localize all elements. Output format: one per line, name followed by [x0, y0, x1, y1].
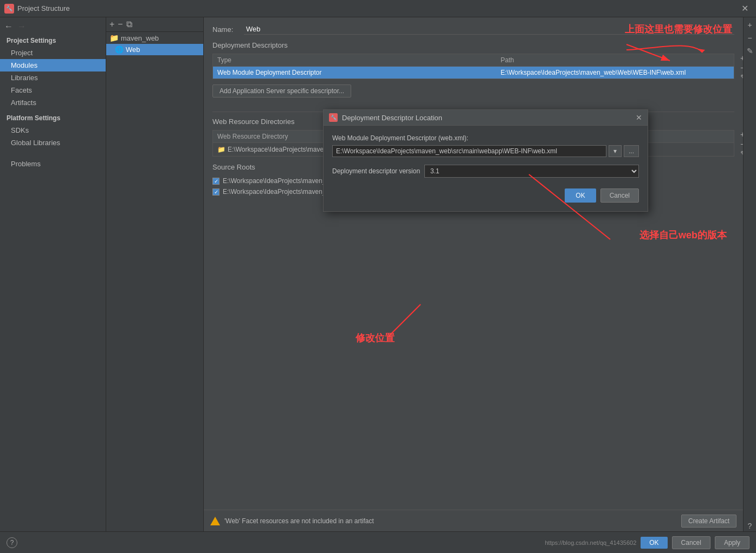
folder-icon: 📁 — [109, 34, 119, 42]
dialog-cancel-button[interactable]: Cancel — [600, 188, 639, 203]
dialog-dropdown-label: Deployment descriptor version — [332, 167, 420, 175]
dialog-dropdown-arrow[interactable]: ▾ — [609, 145, 622, 157]
dialog-field-label: Web Module Deployment Descriptor (web.xm… — [332, 134, 639, 142]
tree-remove-button[interactable]: − — [118, 19, 122, 29]
tree-item-web[interactable]: 🌐 Web — [106, 44, 203, 55]
right-toolbar: + − ✎ ? — [743, 17, 756, 531]
sidebar: ← → Project Settings Project Modules Lib… — [0, 17, 106, 531]
app-icon: 🔧 — [4, 4, 14, 14]
module-tree-panel: + − ⧉ 📁 maven_web 🌐 Web — [106, 17, 204, 531]
dialog-titlebar: 🔧 Deployment Descriptor Location ✕ — [324, 110, 648, 126]
rt-help-button[interactable]: ? — [747, 521, 753, 531]
sidebar-item-sdks[interactable]: SDKs — [0, 124, 106, 136]
sidebar-item-global-libraries[interactable]: Global Libraries — [0, 136, 106, 149]
platform-settings-header: Platform Settings — [0, 109, 106, 124]
forward-button[interactable]: → — [17, 22, 26, 31]
tree-add-button[interactable]: + — [109, 19, 114, 29]
url-text: https://blog.csdn.net/qq_41435602 — [545, 539, 636, 546]
module-icon: 🌐 — [115, 45, 124, 54]
sidebar-item-project[interactable]: Project — [0, 47, 106, 59]
dialog-close-button[interactable]: ✕ — [636, 113, 642, 122]
bottom-bar: ? https://blog.csdn.net/qq_41435602 OK C… — [0, 531, 756, 553]
project-settings-header: Project Settings — [0, 34, 106, 47]
cancel-button[interactable]: Cancel — [672, 536, 710, 549]
tree-item-maven-web[interactable]: 📁 maven_web — [106, 32, 203, 44]
dialog-title: Deployment Descriptor Location — [342, 114, 631, 122]
dialog-browse-button[interactable]: ... — [624, 145, 639, 157]
tree-copy-button[interactable]: ⧉ — [126, 19, 132, 29]
rt-edit-button[interactable]: ✎ — [746, 45, 754, 56]
rt-add-button[interactable]: + — [746, 19, 753, 30]
sidebar-item-modules[interactable]: Modules — [0, 59, 106, 71]
dialog-body: Web Module Deployment Descriptor (web.xm… — [324, 126, 648, 211]
apply-button[interactable]: Apply — [715, 536, 749, 549]
content-area: Name: Deployment Descriptors Type Path W… — [204, 17, 743, 531]
dialog-icon: 🔧 — [329, 113, 338, 122]
sidebar-item-facets[interactable]: Facets — [0, 84, 106, 96]
dialog-path-input[interactable] — [332, 145, 606, 157]
sidebar-item-libraries[interactable]: Libraries — [0, 71, 106, 84]
sidebar-item-problems[interactable]: Problems — [0, 158, 106, 170]
close-button[interactable]: ✕ — [738, 2, 752, 15]
ok-button[interactable]: OK — [641, 537, 667, 549]
dialog-dropdown-row: Deployment descriptor version 3.1 2.3 2.… — [332, 165, 639, 178]
dialog-input-row: ▾ ... — [332, 145, 639, 157]
title-bar: 🔧 Project Structure ✕ — [0, 0, 756, 17]
dialog-actions: OK Cancel — [332, 186, 639, 203]
bottom-right: https://blog.csdn.net/qq_41435602 OK Can… — [545, 536, 749, 549]
dialog-overlay: 🔧 Deployment Descriptor Location ✕ Web M… — [204, 17, 743, 531]
dialog-version-select[interactable]: 3.1 2.3 2.4 2.5 3.0 4.0 — [424, 165, 639, 178]
window-title: Project Structure — [17, 4, 738, 12]
sidebar-item-artifacts[interactable]: Artifacts — [0, 96, 106, 109]
back-button[interactable]: ← — [4, 22, 13, 31]
deployment-descriptor-dialog: 🔧 Deployment Descriptor Location ✕ Web M… — [323, 109, 648, 212]
rt-remove-button[interactable]: − — [746, 32, 753, 43]
dialog-ok-button[interactable]: OK — [565, 188, 596, 203]
help-button[interactable]: ? — [7, 537, 17, 548]
